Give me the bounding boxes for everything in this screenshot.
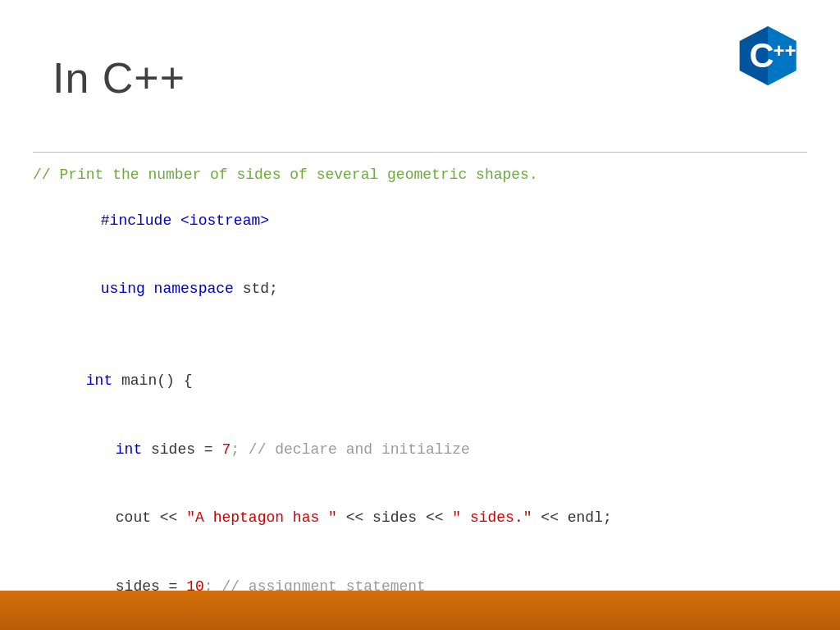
cpp-logo: C ++ (735, 23, 801, 89)
cout1-end: << endl; (532, 509, 612, 526)
cout1-str1: "A heptagon has " (186, 509, 337, 526)
comment-line: // Print the number of sides of several … (33, 164, 807, 187)
empty-line-1 (33, 324, 807, 347)
sides-val-7: 7 (221, 441, 231, 458)
cout1-pre: cout << (116, 509, 186, 526)
cout1-str2: " sides." (452, 509, 532, 526)
main-func: main() { (112, 372, 192, 389)
using-rest: std; (234, 281, 278, 297)
using-line: using namespace std; (33, 256, 807, 325)
sides-assign: sides = (142, 441, 221, 458)
main-start-line: int main() { (33, 347, 807, 416)
int-keyword-main: int (86, 372, 112, 389)
slide-title: In C++ (52, 53, 185, 103)
include-keyword: #include <iostream> (101, 212, 269, 229)
cout1-line: cout << "A heptagon has " << sides << " … (33, 484, 807, 553)
slide: C ++ In C++ // Print the number of sides… (0, 0, 840, 630)
sides-init-line: int sides = 7; // declare and initialize (33, 416, 807, 485)
using-keyword: using namespace (101, 281, 234, 297)
svg-text:++: ++ (773, 39, 796, 62)
sides-init-comment: ; // declare and initialize (231, 441, 470, 458)
divider (33, 152, 807, 153)
int-keyword-sides: int (116, 441, 142, 458)
svg-text:C: C (750, 36, 774, 75)
bottom-bar (0, 591, 840, 630)
code-area: // Print the number of sides of several … (33, 164, 807, 630)
include-line: #include <iostream> (33, 187, 807, 256)
cout1-mid: << sides << (337, 509, 452, 526)
